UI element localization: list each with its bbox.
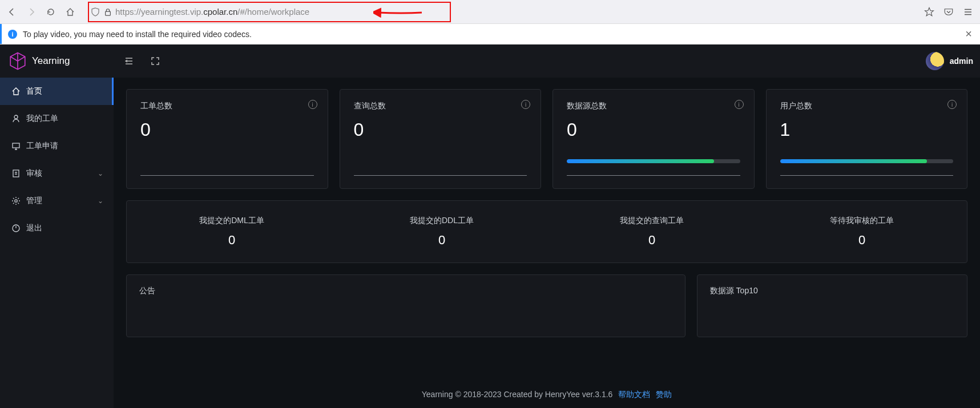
mid-label: 等待我审核的工单 — [830, 216, 894, 226]
url-domain: cpolar.cn — [203, 7, 237, 17]
bottom-row: 公告 数据源 Top10 — [126, 274, 967, 337]
app-menu-button[interactable] — [959, 3, 977, 21]
browser-toolbar: https://yearningtest.vip.cpolar.cn/#/hom… — [0, 0, 980, 24]
chevron-down-icon: ⌄ — [98, 169, 103, 177]
collapse-sidebar-button[interactable] — [116, 48, 142, 74]
gear-icon — [11, 196, 21, 205]
logout-icon — [11, 224, 21, 233]
stat-title: 用户总数 — [780, 101, 954, 111]
forward-button[interactable] — [23, 3, 40, 21]
clipboard-icon — [11, 169, 21, 178]
url-bar[interactable]: https://yearningtest.vip.cpolar.cn/#/hom… — [86, 3, 914, 21]
logo[interactable]: Yearning — [0, 45, 114, 78]
info-accent — [0, 24, 2, 44]
panel-title: 公告 — [139, 286, 155, 295]
info-icon[interactable]: i — [947, 100, 957, 109]
sidebar-item-my-orders[interactable]: 我的工单 — [0, 105, 114, 132]
svg-point-4 — [15, 200, 17, 202]
mid-label: 我提交的查询工单 — [620, 216, 684, 226]
lock-icon — [103, 7, 113, 17]
panel-title: 数据源 Top10 — [710, 286, 758, 295]
stat-card-orders: 工单总数 i 0 — [126, 89, 328, 189]
monitor-icon — [11, 142, 21, 151]
home-icon — [11, 87, 21, 96]
shield-icon — [90, 7, 100, 17]
sidebar-item-label: 退出 — [26, 223, 42, 233]
sidebar-item-order-apply[interactable]: 工单申请 — [0, 132, 114, 160]
url-path: /#/home/workplace — [237, 7, 309, 17]
sidebar-item-label: 工单申请 — [26, 141, 58, 151]
stat-card-users: 用户总数 i 1 — [766, 89, 968, 189]
mid-row: 我提交的DML工单 0 我提交的DDL工单 0 我提交的查询工单 0 等待我审核… — [126, 200, 967, 263]
content: 工单总数 i 0 查询总数 i 0 数据源总数 i 0 — [114, 78, 980, 408]
codec-message: To play video, you may need to install t… — [23, 30, 252, 39]
stat-title: 工单总数 — [140, 101, 314, 111]
footer: Yearning © 2018-2023 Created by HenryYee… — [114, 390, 980, 400]
svg-rect-2 — [13, 143, 19, 148]
svg-point-1 — [14, 115, 18, 119]
progress-fill — [567, 159, 714, 163]
sidebar-item-label: 审核 — [26, 168, 42, 179]
stat-card-queries: 查询总数 i 0 — [340, 89, 542, 189]
user-icon — [11, 114, 21, 123]
info-icon[interactable]: i — [521, 100, 530, 109]
panel-top10: 数据源 Top10 — [697, 274, 967, 337]
progress-track — [780, 159, 954, 163]
mid-cell-ddl: 我提交的DDL工单 0 — [337, 201, 547, 262]
sidebar-item-logout[interactable]: 退出 — [0, 215, 114, 242]
mid-value: 0 — [438, 233, 445, 248]
logo-text: Yearning — [32, 55, 70, 67]
sidebar: Yearning 首页 我的工单 工单申请 审核 ⌄ 管理 — [0, 45, 114, 408]
stat-title: 数据源总数 — [567, 101, 740, 111]
avatar[interactable] — [926, 52, 944, 70]
bookmark-button[interactable] — [921, 3, 938, 21]
chevron-down-icon: ⌄ — [98, 197, 103, 205]
svg-rect-0 — [106, 11, 111, 15]
mid-value: 0 — [648, 233, 655, 248]
sidebar-item-label: 首页 — [26, 86, 42, 96]
footer-link-help[interactable]: 帮助文档 — [618, 390, 650, 399]
divider — [354, 175, 527, 176]
info-icon[interactable]: i — [735, 100, 744, 109]
divider — [567, 175, 740, 176]
stat-value: 0 — [140, 119, 314, 140]
app-root: Yearning 首页 我的工单 工单申请 审核 ⌄ 管理 — [0, 45, 980, 408]
main: admin 工单总数 i 0 查询总数 i 0 数据源总数 — [114, 45, 980, 408]
divider — [140, 175, 314, 176]
logo-icon — [8, 51, 27, 71]
url-text: https://yearningtest.vip.cpolar.cn/#/hom… — [115, 7, 309, 17]
mid-cell-dml: 我提交的DML工单 0 — [127, 201, 337, 262]
mid-cell-query: 我提交的查询工单 0 — [547, 201, 757, 262]
svg-rect-3 — [13, 170, 19, 177]
divider — [780, 175, 954, 176]
mid-cell-audit: 等待我审核的工单 0 — [757, 201, 967, 262]
pocket-button[interactable] — [940, 3, 957, 21]
home-button[interactable] — [62, 3, 79, 21]
sidebar-item-audit[interactable]: 审核 ⌄ — [0, 160, 114, 187]
sidebar-item-label: 管理 — [26, 196, 42, 206]
footer-text: Yearning © 2018-2023 Created by HenryYee… — [422, 390, 613, 399]
user-name: admin — [950, 56, 973, 66]
stat-row: 工单总数 i 0 查询总数 i 0 数据源总数 i 0 — [126, 89, 967, 189]
info-icon[interactable]: i — [308, 100, 317, 109]
sidebar-item-manage[interactable]: 管理 ⌄ — [0, 187, 114, 215]
info-icon: i — [8, 30, 17, 39]
back-button[interactable] — [3, 3, 21, 21]
topbar: admin — [114, 45, 980, 78]
mid-value: 0 — [858, 233, 865, 248]
codec-info-bar: i To play video, you may need to install… — [0, 24, 980, 45]
progress-fill — [780, 159, 927, 163]
sidebar-item-label: 我的工单 — [26, 114, 58, 124]
panel-announcement: 公告 — [126, 274, 685, 337]
fullscreen-button[interactable] — [142, 48, 168, 74]
mid-value: 0 — [228, 233, 235, 248]
stat-title: 查询总数 — [354, 101, 527, 111]
close-codec-bar[interactable]: × — [965, 27, 972, 41]
stat-value: 0 — [567, 119, 740, 140]
mid-label: 我提交的DML工单 — [199, 216, 264, 226]
footer-link-sponsor[interactable]: 赞助 — [656, 390, 672, 399]
stat-card-datasources: 数据源总数 i 0 — [552, 89, 755, 189]
stat-value: 0 — [354, 119, 527, 140]
sidebar-item-home[interactable]: 首页 — [0, 78, 114, 105]
reload-button[interactable] — [42, 3, 59, 21]
